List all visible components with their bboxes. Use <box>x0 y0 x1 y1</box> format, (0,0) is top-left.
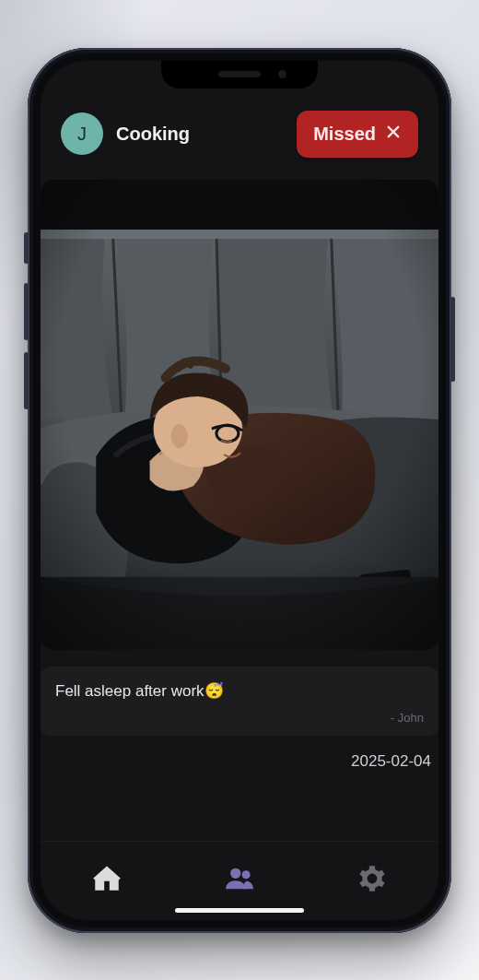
phone-frame: J Cooking Missed <box>28 48 451 933</box>
habit-title: Cooking <box>116 124 190 145</box>
post-header: J Cooking Missed <box>41 101 438 167</box>
post-content: Fell asleep after work😴 - John 2025-02-0… <box>41 167 438 841</box>
nav-home[interactable] <box>41 842 173 920</box>
silence-switch <box>24 232 29 264</box>
note-card: Fell asleep after work😴 - John <box>41 667 438 736</box>
note-author: - John <box>55 711 424 725</box>
author-avatar[interactable]: J <box>61 112 103 155</box>
gear-icon <box>356 863 388 898</box>
people-icon <box>224 863 255 898</box>
post-photo[interactable] <box>41 180 438 650</box>
notch <box>161 61 318 89</box>
screen: J Cooking Missed <box>41 61 438 920</box>
svg-point-17 <box>242 870 251 879</box>
close-icon <box>385 124 402 145</box>
volume-down-button <box>24 352 29 409</box>
note-text: Fell asleep after work😴 <box>55 681 424 702</box>
svg-point-16 <box>230 868 240 879</box>
home-icon <box>91 863 123 898</box>
home-indicator[interactable] <box>175 908 304 913</box>
avatar-initial: J <box>77 124 87 145</box>
missed-label: Missed <box>313 124 376 145</box>
post-date: 2025-02-04 <box>41 736 438 771</box>
volume-up-button <box>24 283 29 340</box>
missed-badge[interactable]: Missed <box>297 111 418 158</box>
svg-rect-15 <box>41 180 438 650</box>
header-left: J Cooking <box>61 112 190 155</box>
power-button <box>450 297 455 382</box>
nav-settings[interactable] <box>306 842 438 920</box>
